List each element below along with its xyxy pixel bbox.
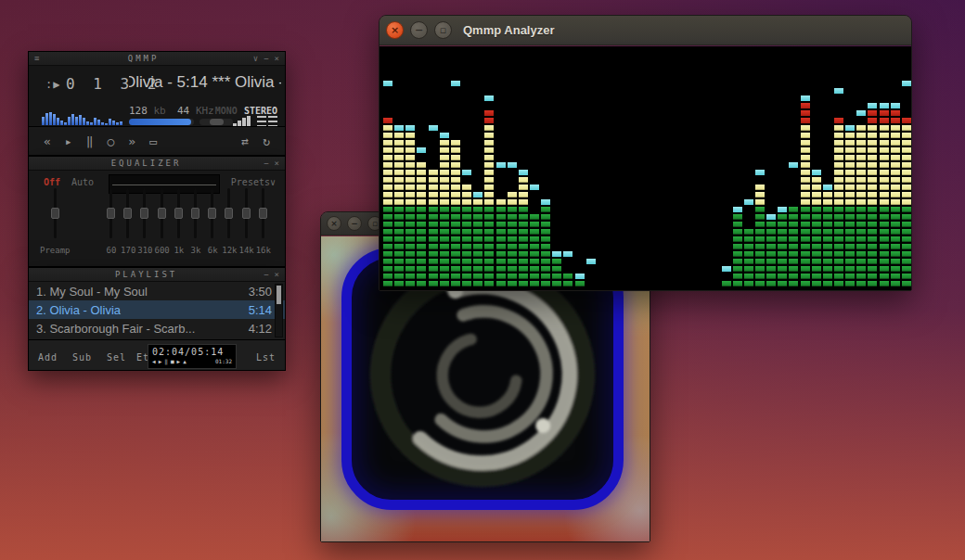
eq-band-slider[interactable]: [109, 188, 112, 238]
pl-shade-button[interactable]: −: [264, 271, 268, 279]
next-button[interactable]: »: [128, 135, 135, 147]
playlist-time-display: 02:04/05:14 ◀▶‖■▶▲01:32: [148, 344, 237, 369]
analyzer-maximize-button[interactable]: ▫: [434, 21, 452, 39]
shuffle-button[interactable]: ⇄: [241, 135, 249, 147]
spectrum-segment: [417, 274, 426, 279]
spectrum-segment: [530, 251, 539, 257]
spectrum-segment: [383, 170, 392, 175]
eq-band-slider-thumb[interactable]: [140, 208, 148, 219]
eq-band-slider[interactable]: [177, 188, 180, 238]
mini-transport-icon[interactable]: ▶: [159, 359, 162, 364]
analyzer-titlebar[interactable]: × − ▫ Qmmp Analyzer: [380, 16, 911, 45]
playlist-mini-transport: ◀▶‖■▶▲01:32: [152, 359, 232, 364]
playlist-row[interactable]: 3. Scarborough Fair - Scarb...4:12: [29, 319, 285, 337]
spectrum-segment: [417, 214, 426, 220]
eq-band-slider-thumb[interactable]: [225, 208, 233, 219]
spectrum-segment: [429, 259, 438, 264]
volume-slider[interactable]: [129, 119, 194, 125]
mini-transport-icon[interactable]: ▲: [183, 359, 187, 364]
spectrum-segment: [801, 214, 810, 220]
eq-band-slider-thumb[interactable]: [107, 208, 115, 219]
sel-button[interactable]: Sel: [107, 352, 126, 363]
eq-band-slider[interactable]: [227, 188, 230, 238]
player-titlebar[interactable]: ≡ QMMP ∨ − ×: [29, 52, 285, 66]
eq-band-slider[interactable]: [211, 188, 213, 238]
spectrum-segment: [451, 229, 460, 235]
eq-band-slider-thumb[interactable]: [191, 208, 199, 219]
preamp-slider[interactable]: [54, 188, 57, 238]
playlist-scrollbar[interactable]: [275, 284, 283, 337]
spectrum-segment: [394, 140, 404, 146]
eq-band-slider[interactable]: [143, 188, 146, 238]
spectrum-segment: [484, 244, 494, 249]
balance-slider[interactable]: [199, 119, 233, 125]
play-button[interactable]: ▸: [65, 135, 72, 147]
eq-auto-button[interactable]: Auto: [71, 177, 94, 187]
analyzer-minimize-button[interactable]: −: [410, 21, 428, 39]
spectrum-segment: [417, 251, 426, 257]
eq-band-slider-thumb[interactable]: [242, 208, 251, 219]
eq-band-slider[interactable]: [262, 188, 264, 238]
viz-close-button[interactable]: ×: [327, 216, 341, 231]
spectrum-segment: [405, 133, 415, 138]
preamp-slider-thumb[interactable]: [51, 208, 59, 219]
sub-button[interactable]: Sub: [72, 352, 92, 363]
eq-band-slider-thumb[interactable]: [174, 208, 183, 219]
spectrum-segment: [451, 170, 460, 175]
playlist-titlebar[interactable]: PLAYLIST − ×: [29, 268, 285, 282]
eq-presets-button[interactable]: Presets∨: [231, 177, 276, 187]
balance-thumb[interactable]: [210, 119, 224, 125]
spectrum-segment: [484, 147, 494, 153]
pl-close-button[interactable]: ×: [275, 271, 279, 279]
spectrum-segment: [801, 125, 810, 131]
eq-band-slider[interactable]: [161, 188, 163, 238]
spectrum-segment: [417, 177, 426, 183]
viz-minimize-button[interactable]: −: [347, 216, 362, 231]
spectrum-segment: [880, 251, 889, 257]
spectrum-segment: [755, 229, 765, 235]
eq-band-slider[interactable]: [126, 188, 129, 238]
minimize-button[interactable]: −: [264, 55, 268, 63]
playlist-row[interactable]: 1. My Soul - My Soul3:50: [29, 282, 285, 300]
minimize-icon: −: [415, 24, 423, 36]
scrollbar-thumb[interactable]: [277, 286, 281, 304]
mini-spectrum[interactable]: [42, 101, 125, 125]
spectrum-segment: [801, 155, 810, 160]
peak-marker: [891, 103, 900, 108]
spectrum-bar: [654, 46, 663, 290]
eq-off-button[interactable]: Off: [44, 177, 60, 187]
analyzer-close-button[interactable]: ×: [386, 21, 404, 39]
mini-transport-icon[interactable]: ▶: [177, 359, 181, 364]
analyzer-canvas[interactable]: [380, 46, 911, 290]
eq-band-slider[interactable]: [245, 188, 248, 238]
equalizer-titlebar[interactable]: EQUALIZER − ×: [29, 157, 285, 171]
pause-button[interactable]: ‖: [86, 135, 94, 147]
spectrum-segment: [902, 177, 911, 183]
eq-band-slider-thumb[interactable]: [123, 208, 132, 219]
mini-transport-icon[interactable]: ‖: [164, 359, 168, 364]
eq-shade-button[interactable]: −: [264, 159, 268, 168]
spectrum-segment: [801, 147, 810, 153]
eq-close-button[interactable]: ×: [275, 159, 279, 168]
mini-transport-icon[interactable]: ■: [171, 359, 174, 364]
playlist-row[interactable]: 2. Olivia - Olivia5:14: [29, 300, 285, 319]
stop-button[interactable]: ○: [107, 135, 114, 147]
repeat-button[interactable]: ↻: [263, 135, 270, 147]
eq-band-slider[interactable]: [194, 188, 197, 238]
samplerate-unit: KHz: [196, 105, 214, 117]
spectrum-segment: [462, 229, 471, 235]
eq-band-slider-thumb[interactable]: [259, 208, 267, 219]
eq-band-slider-thumb[interactable]: [158, 208, 166, 219]
mini-transport-icon[interactable]: ◀: [152, 359, 156, 364]
spectrum-segment: [405, 177, 415, 183]
lst-button[interactable]: Lst: [256, 352, 276, 363]
shade-button[interactable]: ∨: [253, 55, 258, 63]
track-title-ticker[interactable]: Olivia - 5:14 *** Olivia -: [129, 73, 281, 92]
spectrum-segment: [541, 222, 550, 227]
eq-band-slider-thumb[interactable]: [208, 208, 216, 219]
previous-button[interactable]: «: [44, 135, 51, 147]
close-button[interactable]: ×: [275, 55, 279, 63]
spectrum-segment: [451, 259, 460, 264]
open-button[interactable]: ▭: [149, 135, 157, 147]
add-button[interactable]: Add: [38, 352, 58, 363]
